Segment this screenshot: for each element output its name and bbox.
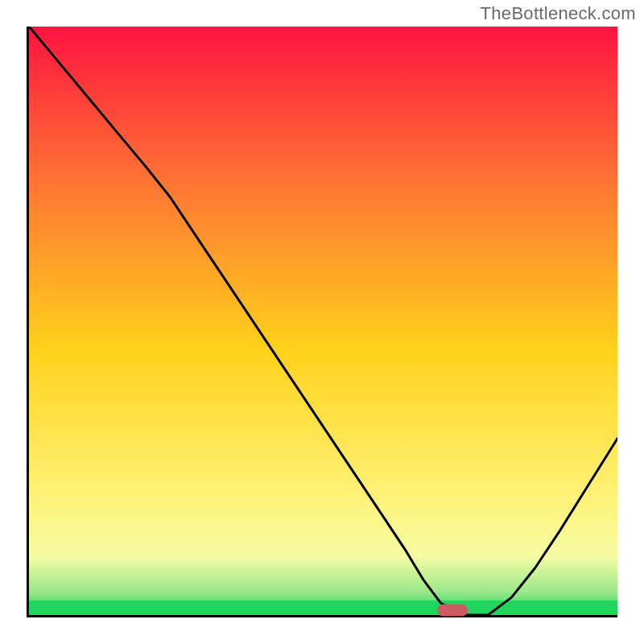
watermark-text: TheBottleneck.com: [481, 3, 636, 24]
optimal-marker: [437, 605, 468, 617]
axis-frame: [27, 27, 617, 617]
